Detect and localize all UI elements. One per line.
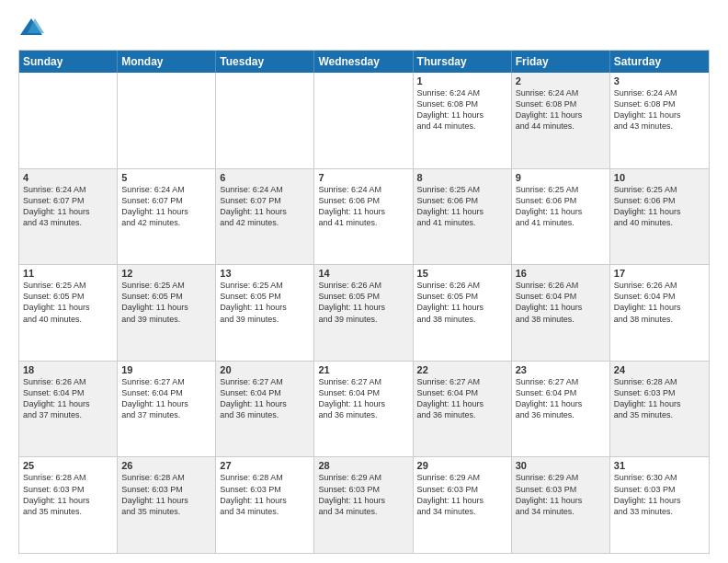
- day-info: Sunrise: 6:26 AM Sunset: 6:04 PM Dayligh…: [516, 280, 606, 325]
- day-info: Sunrise: 6:29 AM Sunset: 6:03 PM Dayligh…: [417, 472, 507, 517]
- calendar-cell: 19Sunrise: 6:27 AM Sunset: 6:04 PM Dayli…: [118, 362, 216, 457]
- calendar-cell: 27Sunrise: 6:28 AM Sunset: 6:03 PM Dayli…: [216, 457, 314, 553]
- calendar-cell: 26Sunrise: 6:28 AM Sunset: 6:03 PM Dayli…: [118, 457, 216, 553]
- day-number: 16: [516, 268, 606, 279]
- day-info: Sunrise: 6:27 AM Sunset: 6:04 PM Dayligh…: [220, 376, 310, 421]
- calendar-row-2: 11Sunrise: 6:25 AM Sunset: 6:05 PM Dayli…: [19, 265, 709, 362]
- calendar-cell: 4Sunrise: 6:24 AM Sunset: 6:07 PM Daylig…: [19, 169, 118, 265]
- day-info: Sunrise: 6:28 AM Sunset: 6:03 PM Dayligh…: [614, 376, 705, 421]
- page: SundayMondayTuesdayWednesdayThursdayFrid…: [0, 0, 728, 563]
- day-number: 13: [220, 268, 310, 279]
- day-info: Sunrise: 6:26 AM Sunset: 6:05 PM Dayligh…: [417, 280, 507, 325]
- logo: [18, 15, 48, 40]
- day-info: Sunrise: 6:27 AM Sunset: 6:04 PM Dayligh…: [516, 376, 606, 421]
- day-info: Sunrise: 6:25 AM Sunset: 6:05 PM Dayligh…: [121, 280, 211, 325]
- day-number: 27: [220, 460, 310, 471]
- day-number: 18: [23, 364, 113, 375]
- day-number: 17: [614, 268, 705, 279]
- calendar-cell: 28Sunrise: 6:29 AM Sunset: 6:03 PM Dayli…: [314, 457, 413, 553]
- calendar-cell: 18Sunrise: 6:26 AM Sunset: 6:04 PM Dayli…: [19, 362, 118, 457]
- day-info: Sunrise: 6:26 AM Sunset: 6:05 PM Dayligh…: [318, 280, 408, 325]
- day-number: 26: [121, 460, 211, 471]
- header: [18, 15, 710, 40]
- calendar-cell: 22Sunrise: 6:27 AM Sunset: 6:04 PM Dayli…: [414, 362, 512, 457]
- day-number: 21: [318, 364, 408, 375]
- day-info: Sunrise: 6:24 AM Sunset: 6:07 PM Dayligh…: [23, 184, 113, 229]
- calendar-row-0: 1Sunrise: 6:24 AM Sunset: 6:08 PM Daylig…: [19, 73, 709, 169]
- calendar-cell: [216, 73, 314, 168]
- day-number: 25: [23, 460, 113, 471]
- day-number: 10: [614, 172, 705, 183]
- header-day-friday: Friday: [512, 51, 610, 73]
- calendar-cell: 10Sunrise: 6:25 AM Sunset: 6:06 PM Dayli…: [610, 169, 709, 265]
- header-day-saturday: Saturday: [610, 51, 709, 73]
- day-info: Sunrise: 6:28 AM Sunset: 6:03 PM Dayligh…: [23, 472, 113, 517]
- calendar-row-3: 18Sunrise: 6:26 AM Sunset: 6:04 PM Dayli…: [19, 362, 709, 458]
- day-number: 12: [121, 268, 211, 279]
- calendar-cell: 14Sunrise: 6:26 AM Sunset: 6:05 PM Dayli…: [314, 265, 413, 361]
- day-number: 22: [417, 364, 507, 375]
- calendar: SundayMondayTuesdayWednesdayThursdayFrid…: [18, 50, 710, 554]
- calendar-cell: 6Sunrise: 6:24 AM Sunset: 6:07 PM Daylig…: [216, 169, 314, 265]
- day-number: 15: [417, 268, 507, 279]
- day-number: 2: [516, 75, 606, 86]
- day-number: 5: [121, 172, 211, 183]
- day-number: 8: [417, 172, 507, 183]
- day-number: 20: [220, 364, 310, 375]
- header-day-monday: Monday: [118, 51, 216, 73]
- calendar-cell: 2Sunrise: 6:24 AM Sunset: 6:08 PM Daylig…: [512, 73, 610, 168]
- day-number: 3: [614, 75, 705, 86]
- calendar-cell: 23Sunrise: 6:27 AM Sunset: 6:04 PM Dayli…: [512, 362, 610, 457]
- calendar-cell: 25Sunrise: 6:28 AM Sunset: 6:03 PM Dayli…: [19, 457, 118, 553]
- day-info: Sunrise: 6:26 AM Sunset: 6:04 PM Dayligh…: [614, 280, 705, 325]
- day-number: 14: [318, 268, 408, 279]
- day-info: Sunrise: 6:26 AM Sunset: 6:04 PM Dayligh…: [23, 376, 113, 421]
- day-number: 30: [516, 460, 606, 471]
- day-number: 28: [318, 460, 408, 471]
- calendar-body: 1Sunrise: 6:24 AM Sunset: 6:08 PM Daylig…: [19, 73, 709, 553]
- day-info: Sunrise: 6:28 AM Sunset: 6:03 PM Dayligh…: [220, 472, 310, 517]
- calendar-cell: 3Sunrise: 6:24 AM Sunset: 6:08 PM Daylig…: [610, 73, 709, 168]
- calendar-cell: 20Sunrise: 6:27 AM Sunset: 6:04 PM Dayli…: [216, 362, 314, 457]
- calendar-row-4: 25Sunrise: 6:28 AM Sunset: 6:03 PM Dayli…: [19, 457, 709, 553]
- header-day-sunday: Sunday: [19, 51, 118, 73]
- day-info: Sunrise: 6:28 AM Sunset: 6:03 PM Dayligh…: [121, 472, 211, 517]
- day-info: Sunrise: 6:30 AM Sunset: 6:03 PM Dayligh…: [614, 472, 705, 517]
- calendar-cell: 17Sunrise: 6:26 AM Sunset: 6:04 PM Dayli…: [610, 265, 709, 361]
- day-info: Sunrise: 6:24 AM Sunset: 6:08 PM Dayligh…: [614, 87, 705, 132]
- calendar-cell: 7Sunrise: 6:24 AM Sunset: 6:06 PM Daylig…: [314, 169, 413, 265]
- calendar-cell: 15Sunrise: 6:26 AM Sunset: 6:05 PM Dayli…: [414, 265, 512, 361]
- day-info: Sunrise: 6:24 AM Sunset: 6:08 PM Dayligh…: [417, 87, 507, 132]
- calendar-cell: [314, 73, 413, 168]
- calendar-cell: 16Sunrise: 6:26 AM Sunset: 6:04 PM Dayli…: [512, 265, 610, 361]
- calendar-cell: 9Sunrise: 6:25 AM Sunset: 6:06 PM Daylig…: [512, 169, 610, 265]
- calendar-cell: 8Sunrise: 6:25 AM Sunset: 6:06 PM Daylig…: [414, 169, 512, 265]
- calendar-cell: 21Sunrise: 6:27 AM Sunset: 6:04 PM Dayli…: [314, 362, 413, 457]
- day-info: Sunrise: 6:29 AM Sunset: 6:03 PM Dayligh…: [318, 472, 408, 517]
- calendar-header: SundayMondayTuesdayWednesdayThursdayFrid…: [19, 51, 709, 73]
- day-info: Sunrise: 6:27 AM Sunset: 6:04 PM Dayligh…: [318, 376, 408, 421]
- day-number: 7: [318, 172, 408, 183]
- day-info: Sunrise: 6:25 AM Sunset: 6:06 PM Dayligh…: [614, 184, 705, 229]
- calendar-row-1: 4Sunrise: 6:24 AM Sunset: 6:07 PM Daylig…: [19, 169, 709, 266]
- day-number: 11: [23, 268, 113, 279]
- calendar-cell: 1Sunrise: 6:24 AM Sunset: 6:08 PM Daylig…: [414, 73, 512, 168]
- day-info: Sunrise: 6:24 AM Sunset: 6:07 PM Dayligh…: [220, 184, 310, 229]
- day-number: 23: [516, 364, 606, 375]
- calendar-cell: 11Sunrise: 6:25 AM Sunset: 6:05 PM Dayli…: [19, 265, 118, 361]
- calendar-cell: 29Sunrise: 6:29 AM Sunset: 6:03 PM Dayli…: [414, 457, 512, 553]
- day-info: Sunrise: 6:25 AM Sunset: 6:05 PM Dayligh…: [23, 280, 113, 325]
- header-day-thursday: Thursday: [414, 51, 512, 73]
- header-day-tuesday: Tuesday: [216, 51, 314, 73]
- day-info: Sunrise: 6:24 AM Sunset: 6:08 PM Dayligh…: [516, 87, 606, 132]
- day-number: 24: [614, 364, 705, 375]
- day-number: 19: [121, 364, 211, 375]
- day-info: Sunrise: 6:27 AM Sunset: 6:04 PM Dayligh…: [417, 376, 507, 421]
- day-number: 1: [417, 75, 507, 86]
- calendar-cell: [118, 73, 216, 168]
- day-info: Sunrise: 6:24 AM Sunset: 6:07 PM Dayligh…: [121, 184, 211, 229]
- day-info: Sunrise: 6:25 AM Sunset: 6:06 PM Dayligh…: [516, 184, 606, 229]
- calendar-cell: 13Sunrise: 6:25 AM Sunset: 6:05 PM Dayli…: [216, 265, 314, 361]
- logo-icon: [18, 15, 44, 40]
- calendar-cell: 12Sunrise: 6:25 AM Sunset: 6:05 PM Dayli…: [118, 265, 216, 361]
